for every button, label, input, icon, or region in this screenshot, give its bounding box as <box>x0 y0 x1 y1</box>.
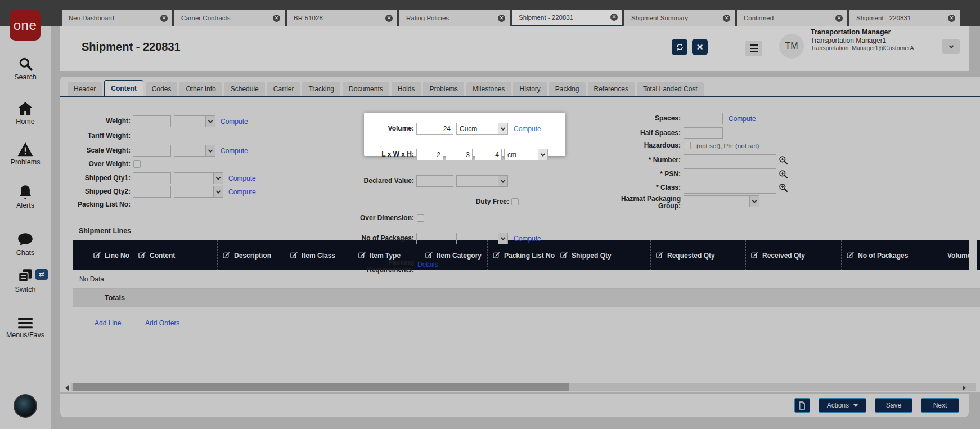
scale-weight-unit-select[interactable] <box>174 145 215 157</box>
zoom-lookup-icon[interactable] <box>779 169 788 179</box>
column-received-qty[interactable]: Received Qty <box>745 240 841 270</box>
tab-close-icon[interactable]: ✕ <box>948 15 955 22</box>
packing-requirements-details-link[interactable]: Details <box>417 261 438 269</box>
shipped-qty2-unit-select[interactable] <box>174 186 223 198</box>
over-dimension-checkbox[interactable] <box>417 214 424 222</box>
tab-carrier[interactable]: Carrier <box>267 82 300 96</box>
volume-compute-link[interactable]: Compute <box>514 125 541 133</box>
shipped-qty2-input[interactable] <box>133 186 171 198</box>
tab-schedule[interactable]: Schedule <box>224 82 265 96</box>
tab-total-landed-cost[interactable]: Total Landed Cost <box>637 82 704 96</box>
bot-avatar[interactable] <box>14 394 37 418</box>
tab-problems[interactable]: Problems <box>423 82 464 96</box>
close-button[interactable]: ✕ <box>692 39 708 55</box>
add-line-link[interactable]: Add Line <box>95 319 121 327</box>
tab-close-icon[interactable]: ✕ <box>835 15 843 22</box>
volume-input[interactable]: 24 <box>416 123 453 135</box>
tab-history[interactable]: History <box>513 82 546 96</box>
user-menu-chevron[interactable] <box>942 39 960 54</box>
hazmat-packaging-group-select[interactable] <box>684 195 759 207</box>
browser-tab-br-51028[interactable]: BR-51028✕ <box>287 10 397 26</box>
column-no-of-packages[interactable]: No of Packages <box>841 240 938 270</box>
app-logo[interactable]: one <box>10 10 41 41</box>
tab-close-icon[interactable]: ✕ <box>160 15 168 22</box>
scale-weight-input[interactable] <box>133 145 171 157</box>
refresh-button[interactable] <box>672 39 687 55</box>
scroll-right-icon[interactable] <box>963 385 966 391</box>
spaces-input[interactable] <box>684 113 723 124</box>
zoom-lookup-icon[interactable] <box>779 155 788 165</box>
tab-documents[interactable]: Documents <box>343 82 389 96</box>
menu-button[interactable] <box>745 41 762 56</box>
add-orders-link[interactable]: Add Orders <box>145 319 179 327</box>
weight-unit-select[interactable] <box>174 115 215 127</box>
width-input[interactable]: 3 <box>446 149 473 160</box>
hazmat-number-input[interactable] <box>684 154 776 166</box>
column-content[interactable]: Content <box>133 240 217 270</box>
no-of-packages-unit-select[interactable] <box>456 233 508 244</box>
duty-free-checkbox[interactable] <box>511 198 519 205</box>
sidebar-item-alerts[interactable]: Alerts <box>0 185 51 209</box>
dims-unit-select[interactable]: cm <box>504 149 548 160</box>
column-requested-qty[interactable]: Requested Qty <box>650 240 745 270</box>
tab-close-icon[interactable]: ✕ <box>273 15 280 22</box>
no-of-packages-compute-link[interactable]: Compute <box>514 235 541 243</box>
sidebar-item-search[interactable]: Search <box>0 56 51 81</box>
scrollbar-thumb[interactable] <box>73 383 569 391</box>
report-button[interactable] <box>794 398 810 413</box>
tab-close-icon[interactable]: ✕ <box>385 15 393 22</box>
column-volume[interactable]: Volume <box>938 240 969 270</box>
column-line-no[interactable]: Line No <box>88 240 133 270</box>
declared-value-unit-select[interactable] <box>456 175 508 187</box>
length-input[interactable]: 2 <box>416 149 443 160</box>
tab-tracking[interactable]: Tracking <box>302 82 340 96</box>
tab-packing[interactable]: Packing <box>549 82 586 96</box>
tab-close-icon[interactable]: ✕ <box>610 14 618 21</box>
over-weight-checkbox[interactable] <box>133 160 141 168</box>
browser-tab-carrier-contracts[interactable]: Carrier Contracts✕ <box>174 10 285 26</box>
tab-other-info[interactable]: Other Info <box>179 82 222 96</box>
sidebar-item-home[interactable]: Home <box>0 101 51 126</box>
tab-header[interactable]: Header <box>68 82 102 96</box>
scale-weight-compute-link[interactable]: Compute <box>221 147 248 155</box>
weight-input[interactable] <box>133 115 171 127</box>
save-button[interactable]: Save <box>875 398 912 413</box>
shipped-qty1-input[interactable] <box>133 172 171 184</box>
shipped-qty2-compute-link[interactable]: Compute <box>228 188 256 196</box>
shipped-qty1-compute-link[interactable]: Compute <box>228 175 256 182</box>
psn-input[interactable] <box>684 168 776 180</box>
column-description[interactable]: Description <box>217 240 285 270</box>
browser-tab-rating-policies[interactable]: Rating Policies✕ <box>399 10 510 26</box>
volume-unit-select[interactable]: Cucm <box>456 123 508 135</box>
sidebar-item-menus-favs[interactable]: Menus/Favs <box>0 317 51 339</box>
user-avatar[interactable]: TM <box>779 34 804 59</box>
sidebar-item-chats[interactable]: Chats <box>0 233 51 257</box>
hazardous-checkbox[interactable] <box>684 142 691 149</box>
spaces-compute-link[interactable]: Compute <box>729 115 756 123</box>
actions-button[interactable]: Actions <box>819 398 866 413</box>
no-of-packages-input[interactable] <box>416 233 453 244</box>
browser-tab-confirmed[interactable]: Confirmed✕ <box>737 10 847 26</box>
browser-tab-shipment-summary[interactable]: Shipment Summary✕ <box>624 10 735 26</box>
tab-milestones[interactable]: Milestones <box>466 82 511 96</box>
next-button[interactable]: Next <box>921 398 959 413</box>
scroll-left-icon[interactable] <box>65 385 69 391</box>
shipped-qty1-unit-select[interactable] <box>174 172 223 184</box>
half-spaces-input[interactable] <box>684 127 723 139</box>
sidebar-item-problems[interactable]: Problems <box>0 142 51 166</box>
browser-tab-shipment-2[interactable]: Shipment - 220831✕ <box>849 10 960 26</box>
zoom-lookup-icon[interactable] <box>779 183 788 193</box>
switch-badge-icon[interactable]: ⇄ <box>35 269 48 280</box>
height-input[interactable]: 4 <box>475 149 502 160</box>
horizontal-scrollbar[interactable] <box>65 383 978 392</box>
class-input[interactable] <box>684 182 776 194</box>
weight-compute-link[interactable]: Compute <box>221 118 248 126</box>
tab-content[interactable]: Content <box>104 80 143 96</box>
tab-close-icon[interactable]: ✕ <box>723 15 730 22</box>
tab-references[interactable]: References <box>588 82 635 96</box>
browser-tab-neo-dashboard[interactable]: Neo Dashboard✕ <box>62 10 172 26</box>
tab-holds[interactable]: Holds <box>392 82 421 96</box>
browser-tab-shipment-active[interactable]: Shipment - 220831✕ <box>512 10 622 26</box>
tab-codes[interactable]: Codes <box>146 82 178 96</box>
declared-value-input[interactable] <box>416 175 453 187</box>
